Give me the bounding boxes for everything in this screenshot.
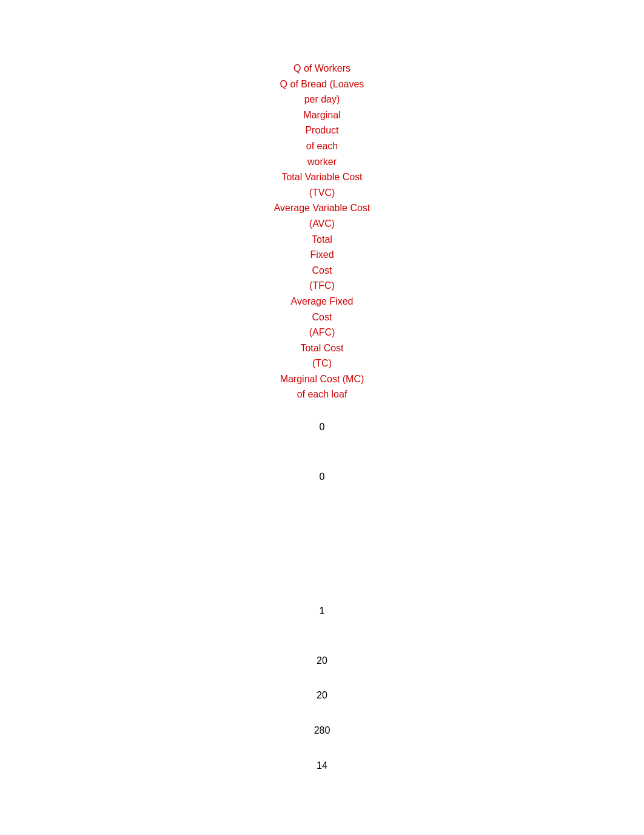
header-line-7: Total Variable Cost — [281, 169, 362, 185]
header-line-0: Q of Workers — [293, 61, 351, 76]
header-line-2: per day) — [304, 92, 340, 107]
header-line-11: Total — [312, 232, 332, 248]
data-value-0a: 0 — [320, 419, 325, 435]
data-value-0b: 0 — [320, 469, 325, 485]
header-line-9: Average Variable Cost — [274, 200, 371, 216]
data-value-280: 280 — [314, 723, 330, 739]
data-value-20b: 20 — [317, 688, 327, 703]
data-section: 001202028014 — [314, 414, 330, 778]
header-line-13: Cost — [312, 263, 332, 279]
header-line-3: Marginal — [303, 107, 340, 123]
header-line-8: (TVC) — [309, 185, 335, 201]
header-line-10: (AVC) — [309, 216, 335, 232]
header-line-21: of each loaf — [297, 387, 347, 402]
header-line-18: Total Cost — [300, 340, 343, 356]
header-line-19: (TC) — [312, 356, 332, 371]
header-line-16: Cost — [312, 309, 332, 325]
header-line-14: (TFC) — [309, 278, 335, 294]
header-line-17: (AFC) — [309, 325, 335, 340]
header-line-5: of each — [306, 138, 338, 154]
page-container: Q of WorkersQ of Bread (Loavesper day)Ma… — [0, 0, 644, 835]
header-line-1: Q of Bread (Loaves — [280, 76, 364, 92]
header-section: Q of WorkersQ of Bread (Loavesper day)Ma… — [274, 61, 371, 402]
data-value-20a: 20 — [317, 653, 327, 669]
header-line-4: Product — [305, 123, 338, 138]
header-line-15: Average Fixed — [291, 294, 354, 309]
data-value-1: 1 — [320, 603, 325, 619]
header-line-12: Fixed — [310, 247, 334, 263]
header-line-20: Marginal Cost (MC) — [280, 371, 364, 387]
data-value-14: 14 — [317, 758, 327, 774]
header-line-6: worker — [307, 154, 337, 170]
